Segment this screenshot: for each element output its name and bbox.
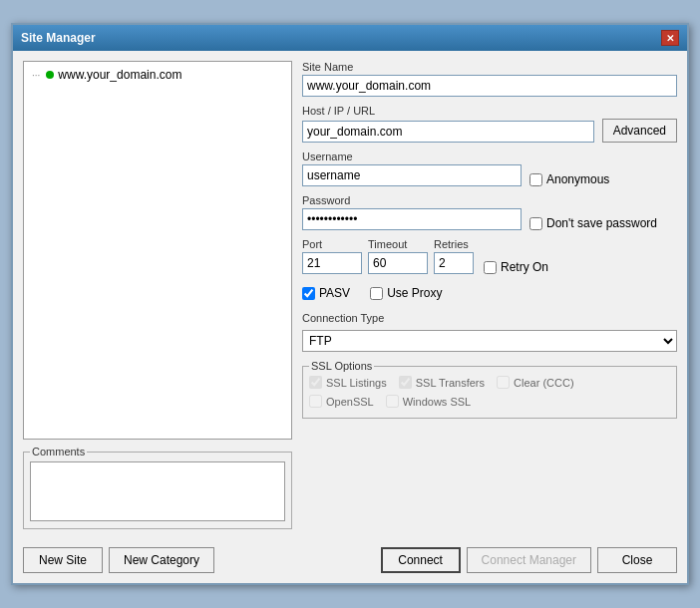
title-bar: Site Manager ✕	[13, 25, 687, 51]
host-field: Host / IP / URL Advanced	[302, 105, 677, 143]
conn-type-select[interactable]: FTP SFTP FTPS	[302, 330, 677, 352]
conn-type-label: Connection Type	[302, 312, 677, 324]
ssl-openssl-text: OpenSSL	[326, 396, 374, 408]
tree-item[interactable]: ··· www.your_domain.com	[28, 66, 287, 84]
tree-lines-icon: ···	[32, 70, 40, 81]
footer: New Site New Category Connect Connect Ma…	[13, 539, 687, 583]
connection-type-group: Connection Type FTP SFTP FTPS	[302, 312, 677, 352]
ssl-clear-label: Clear (CCC)	[497, 376, 574, 389]
host-row: Advanced	[302, 119, 677, 143]
retry-on-label: Retry On	[501, 260, 548, 274]
ssl-clear-text: Clear (CCC)	[514, 377, 574, 389]
retry-on-checkbox-label[interactable]: Retry On	[484, 260, 548, 274]
new-site-button[interactable]: New Site	[23, 547, 103, 573]
use-proxy-label: Use Proxy	[387, 286, 442, 300]
ssl-listings-label: SSL Listings	[309, 376, 387, 389]
ssl-options-group: SSL Options SSL Listings SSL Transfers C…	[302, 360, 677, 419]
site-name-label: Site Name	[302, 61, 677, 73]
ssl-openssl-checkbox	[309, 395, 322, 408]
host-label: Host / IP / URL	[302, 105, 677, 117]
port-input[interactable]	[302, 252, 362, 274]
pasv-checkbox[interactable]	[302, 287, 315, 300]
password-field: Password Don't save password	[302, 194, 677, 230]
ssl-windows-text: Windows SSL	[403, 396, 471, 408]
anonymous-checkbox[interactable]	[529, 173, 542, 186]
close-button[interactable]: Close	[597, 547, 677, 573]
ssl-windows-checkbox	[386, 395, 399, 408]
left-panel: ··· www.your_domain.com Comments	[23, 61, 292, 529]
username-input[interactable]	[302, 164, 522, 186]
port-block: Port	[302, 238, 362, 274]
status-dot-icon	[46, 71, 54, 79]
retry-on-checkbox[interactable]	[484, 261, 497, 274]
comments-legend: Comments	[30, 446, 87, 457]
ssl-windows-label: Windows SSL	[386, 395, 471, 408]
comments-textarea[interactable]	[30, 461, 285, 521]
new-category-button[interactable]: New Category	[109, 547, 214, 573]
ssl-row-2: OpenSSL Windows SSL	[309, 395, 670, 408]
footer-right: Connect Connect Manager Close	[381, 547, 677, 573]
ssl-listings-text: SSL Listings	[326, 377, 387, 389]
ssl-listings-checkbox	[309, 376, 322, 389]
retries-label: Retries	[434, 238, 474, 250]
retries-input[interactable]	[434, 252, 474, 274]
ssl-transfers-checkbox	[399, 376, 412, 389]
dont-save-checkbox[interactable]	[529, 217, 542, 230]
ssl-options-legend: SSL Options	[309, 360, 374, 372]
dialog-title: Site Manager	[21, 31, 96, 45]
ssl-transfers-text: SSL Transfers	[416, 377, 485, 389]
pasv-proxy-row: PASV Use Proxy	[302, 282, 677, 304]
username-label: Username	[302, 151, 677, 162]
password-input[interactable]	[302, 208, 522, 230]
tree-item-label: www.your_domain.com	[58, 68, 181, 82]
right-panel: Site Name Host / IP / URL Advanced Usern…	[302, 61, 677, 529]
use-proxy-checkbox-label[interactable]: Use Proxy	[370, 286, 442, 300]
timeout-label: Timeout	[368, 238, 428, 250]
dialog-body: ··· www.your_domain.com Comments Site Na…	[13, 51, 687, 539]
host-input[interactable]	[302, 121, 594, 143]
retries-block: Retries	[434, 238, 474, 274]
port-label: Port	[302, 238, 362, 250]
ssl-clear-checkbox	[497, 376, 510, 389]
connect-manager-button[interactable]: Connect Manager	[467, 547, 591, 573]
advanced-button[interactable]: Advanced	[602, 119, 677, 143]
anonymous-checkbox-label[interactable]: Anonymous	[529, 172, 609, 186]
timeout-block: Timeout	[368, 238, 428, 274]
connect-button[interactable]: Connect	[381, 547, 461, 573]
pasv-label: PASV	[319, 286, 350, 300]
ssl-transfers-label: SSL Transfers	[399, 376, 485, 389]
dont-save-checkbox-label[interactable]: Don't save password	[529, 216, 657, 230]
use-proxy-checkbox[interactable]	[370, 287, 383, 300]
site-tree: ··· www.your_domain.com	[23, 61, 292, 440]
dont-save-label: Don't save password	[546, 216, 657, 230]
pasv-checkbox-label[interactable]: PASV	[302, 286, 350, 300]
ssl-row-1: SSL Listings SSL Transfers Clear (CCC)	[309, 376, 670, 389]
ssl-openssl-label: OpenSSL	[309, 395, 374, 408]
comments-group: Comments	[23, 446, 292, 529]
site-name-input[interactable]	[302, 75, 677, 97]
site-manager-dialog: Site Manager ✕ ··· www.your_domain.com C…	[11, 23, 689, 585]
password-label: Password	[302, 194, 677, 206]
port-timeout-row: Port Timeout Retries Retry On	[302, 238, 677, 274]
username-field: Username Anonymous	[302, 151, 677, 186]
site-name-field: Site Name	[302, 61, 677, 97]
anonymous-label: Anonymous	[546, 172, 609, 186]
timeout-input[interactable]	[368, 252, 428, 274]
footer-left: New Site New Category	[23, 547, 214, 573]
username-row: Anonymous	[302, 164, 677, 186]
password-row: Don't save password	[302, 208, 677, 230]
title-bar-close-button[interactable]: ✕	[661, 30, 679, 46]
